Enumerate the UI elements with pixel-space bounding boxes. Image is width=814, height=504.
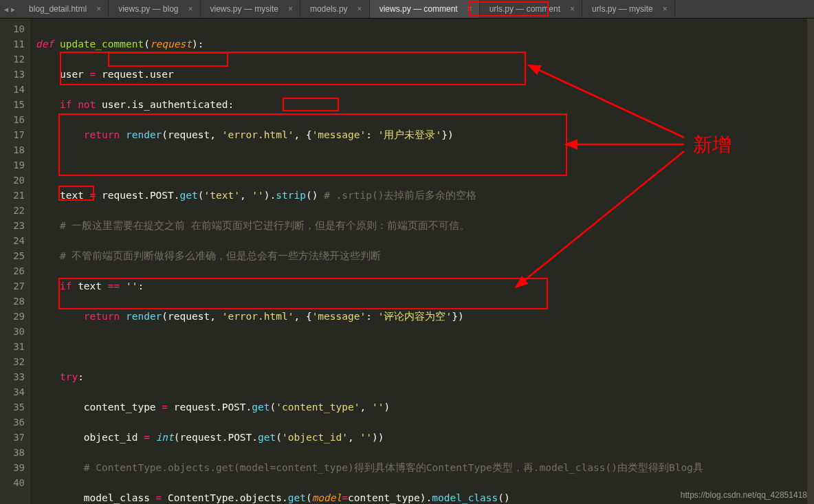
op: = [156, 492, 162, 503]
attr: objects [240, 492, 282, 503]
line-number: 22 [0, 203, 25, 218]
tab-models[interactable]: models.py× [300, 0, 370, 18]
keyword-return: return [84, 311, 120, 322]
close-icon[interactable]: × [288, 4, 293, 14]
string: 'error.html' [222, 311, 294, 322]
tab-label: views.py — blog [118, 4, 178, 14]
tab-label: views.py — comment [380, 4, 458, 14]
close-icon[interactable]: × [96, 4, 101, 14]
close-icon[interactable]: × [468, 4, 472, 14]
line-number: 19 [0, 157, 25, 173]
line-number: 37 [0, 430, 25, 445]
string: '' [372, 402, 384, 413]
line-number: 36 [0, 415, 25, 430]
keyword-return: return [84, 129, 120, 140]
nav-arrows: ◀ ▶ [0, 6, 19, 13]
string: 'error.html' [222, 129, 294, 140]
editor-tabbar: ◀ ▶ blog_detail.html× views.py — blog× v… [0, 0, 814, 19]
code-area[interactable]: def update_comment(request): user = requ… [30, 19, 814, 504]
string: '评论内容为空' [378, 311, 452, 322]
attr: user [150, 69, 174, 80]
string: '' [126, 281, 138, 292]
tab-views-comment[interactable]: views.py — comment× [370, 0, 480, 18]
op: = [90, 69, 96, 80]
line-number: 17 [0, 127, 25, 142]
comment: # ContentType.objects.get(model=content_… [84, 462, 703, 473]
string: '' [360, 432, 372, 443]
line-gutter: 1011121314151617181920212223242526272829… [0, 19, 30, 504]
var: content_type [84, 402, 156, 413]
comment: # 一般这里需要在提交之前 在前端页面对它进行判断，但是有个原则：前端页面不可信… [60, 220, 470, 231]
line-number: 14 [0, 82, 25, 97]
comment: # 不管前端页面判断做得多么准确，但是总会有一些方法绕开这些判断 [60, 250, 381, 261]
line-number: 24 [0, 233, 25, 248]
function-name: update_comment [60, 39, 144, 50]
string: 'text' [204, 190, 239, 201]
line-number: 13 [0, 67, 25, 82]
var: request [102, 69, 144, 80]
line-number: 34 [0, 384, 25, 399]
line-number: 21 [0, 188, 25, 203]
line-number: 27 [0, 278, 25, 294]
tab-views-blog[interactable]: views.py — blog× [109, 0, 200, 18]
tab-label: urls.py — comment [490, 4, 560, 14]
line-number: 16 [0, 112, 25, 127]
line-number: 32 [0, 354, 25, 369]
line-number: 30 [0, 324, 25, 339]
var: model_class [84, 492, 150, 503]
var: request [174, 402, 216, 413]
var: request [102, 190, 144, 201]
call: get [252, 402, 270, 413]
string: '用户未登录' [378, 129, 441, 140]
nav-back-icon[interactable]: ◀ [4, 6, 8, 13]
line-number: 20 [0, 173, 25, 188]
nav-forward-icon[interactable]: ▶ [11, 6, 15, 13]
var: request [180, 432, 222, 443]
line-number: 33 [0, 369, 25, 384]
var: ContentType [168, 492, 234, 503]
op: = [90, 190, 96, 201]
string: 'message' [312, 129, 366, 140]
line-number: 31 [0, 339, 25, 354]
builtin: int [156, 432, 174, 443]
attr: POST [222, 402, 246, 413]
close-icon[interactable]: × [663, 4, 668, 14]
call: strip [276, 190, 306, 201]
tab-label: models.py [310, 4, 348, 14]
call: get [180, 190, 198, 201]
kwarg: model [312, 492, 342, 503]
code-editor[interactable]: 1011121314151617181920212223242526272829… [0, 19, 814, 504]
line-number: 10 [0, 21, 25, 36]
close-icon[interactable]: × [358, 4, 362, 14]
close-icon[interactable]: × [570, 4, 575, 14]
line-number: 25 [0, 248, 25, 263]
attr: POST [150, 190, 174, 201]
call: model_class [432, 492, 498, 503]
call: get [288, 492, 306, 503]
tab-urls-comment[interactable]: urls.py — comment× [480, 0, 582, 18]
line-number: 28 [0, 294, 25, 309]
keyword-if: if [60, 281, 72, 292]
line-number: 39 [0, 460, 25, 475]
line-number: 29 [0, 309, 25, 324]
tab-blog-detail[interactable]: blog_detail.html× [19, 0, 109, 18]
close-icon[interactable]: × [188, 4, 193, 14]
comment: # .srtip()去掉前后多余的空格 [324, 190, 476, 201]
keyword-if: if [60, 99, 72, 110]
var: user [102, 99, 126, 110]
tab-urls-mysite[interactable]: urls.py — mysite× [582, 0, 675, 18]
minimap[interactable] [807, 19, 814, 504]
op: = [162, 402, 168, 413]
call: render [126, 129, 162, 140]
tab-label: views.py — mysite [210, 4, 278, 14]
var: text [60, 190, 84, 201]
op: = [144, 432, 150, 443]
tab-views-mysite[interactable]: views.py — mysite× [201, 0, 300, 18]
line-number: 40 [0, 475, 25, 490]
var: content_type [348, 492, 420, 503]
string: '' [252, 190, 263, 201]
line-number: 12 [0, 52, 25, 67]
tab-label: urls.py — mysite [592, 4, 653, 14]
keyword-def: def [36, 39, 54, 50]
arg: request [168, 311, 210, 322]
